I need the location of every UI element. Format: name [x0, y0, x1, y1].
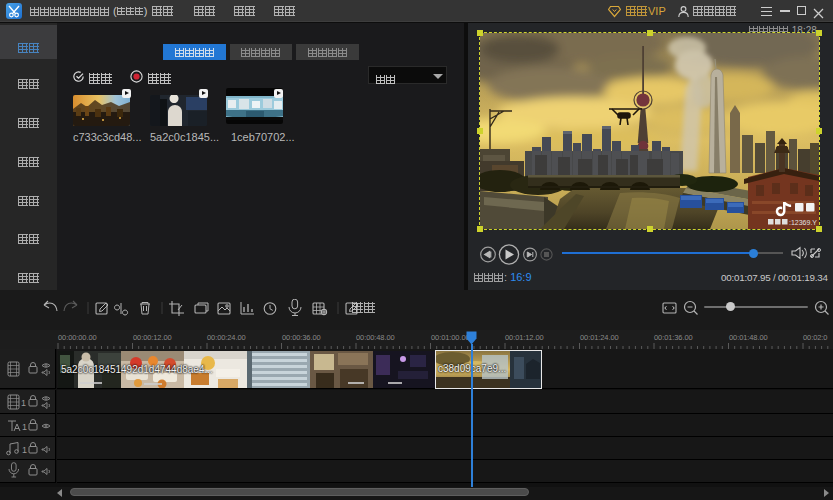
svg-text:1: 1: [21, 398, 26, 408]
svg-text:1: 1: [22, 445, 27, 455]
svg-text:1: 1: [22, 422, 27, 432]
